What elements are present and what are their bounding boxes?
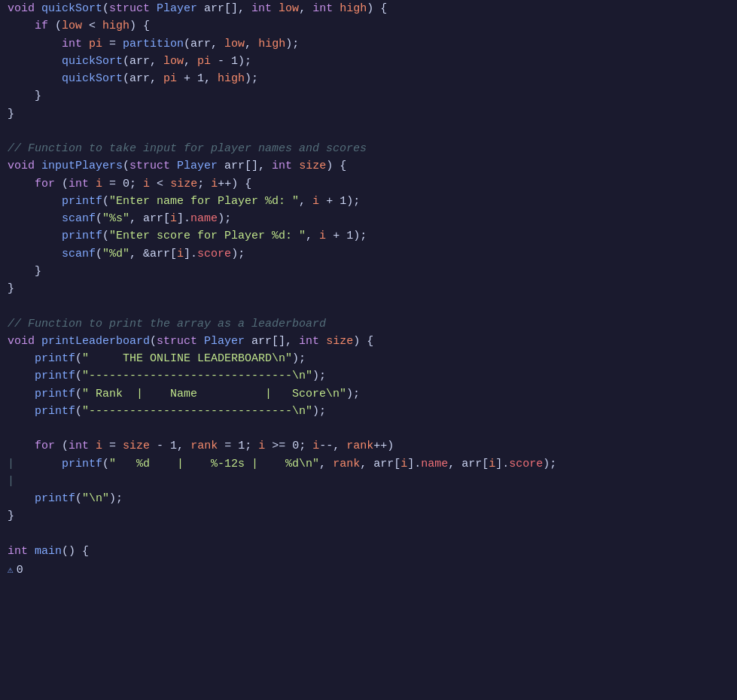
code-line-10: void inputPlayers(struct Player arr[], i…: [0, 157, 737, 175]
code-line-29: printf("\n");: [0, 490, 737, 507]
code-line-18: [0, 297, 737, 315]
warning-count: 0: [17, 562, 23, 579]
code-line-32: int main() {: [0, 543, 737, 560]
code-line-30: }: [0, 507, 737, 525]
code-line-1: void quickSort(struct Player arr[], int …: [0, 0, 737, 17]
code-line-19: // Function to print the array as a lead…: [0, 315, 737, 333]
code-line-3: int pi = partition(arr, low, high);: [0, 35, 737, 53]
code-line-12: printf("Enter name for Player %d: ", i +…: [0, 193, 737, 210]
code-line-21: printf(" THE ONLINE LEADERBOARD\n");: [0, 350, 737, 367]
code-line-14: printf("Enter score for Player %d: ", i …: [0, 227, 737, 245]
code-line-13: scanf("%s", arr[i].name);: [0, 210, 737, 227]
code-line-15: scanf("%d", &arr[i].score);: [0, 245, 737, 263]
code-line-6: }: [0, 87, 737, 105]
code-line-20: void printLeaderboard(struct Player arr[…: [0, 333, 737, 350]
code-line-8: [0, 123, 737, 140]
keyword-void: void: [8, 0, 41, 17]
code-line-28: |: [0, 473, 737, 490]
code-line-31: [0, 525, 737, 543]
code-line-11: for (int i = 0; i < size; i++) {: [0, 175, 737, 193]
code-line-9: // Function to take input for player nam…: [0, 140, 737, 157]
code-line-2: if (low < high) {: [0, 17, 737, 35]
status-bar: ⚠ 0: [0, 560, 737, 580]
code-line-27: | printf(" %d | %-12s | %d\n", rank, arr…: [0, 455, 737, 473]
code-line-4: quickSort(arr, low, pi - 1);: [0, 53, 737, 70]
code-line-23: printf(" Rank | Name | Score\n");: [0, 385, 737, 403]
func-quicksort: quickSort: [41, 0, 102, 17]
code-editor: void quickSort(struct Player arr[], int …: [0, 0, 737, 700]
code-line-22: printf("------------------------------\n…: [0, 367, 737, 385]
code-line-16: }: [0, 263, 737, 280]
code-line-24: printf("------------------------------\n…: [0, 403, 737, 420]
code-line-17: }: [0, 280, 737, 297]
code-line-5: quickSort(arr, pi + 1, high);: [0, 70, 737, 87]
code-line-26: for (int i = size - 1, rank = 1; i >= 0;…: [0, 437, 737, 455]
code-line-25: [0, 420, 737, 437]
code-line-7: }: [0, 105, 737, 123]
warning-icon: ⚠: [8, 563, 14, 578]
